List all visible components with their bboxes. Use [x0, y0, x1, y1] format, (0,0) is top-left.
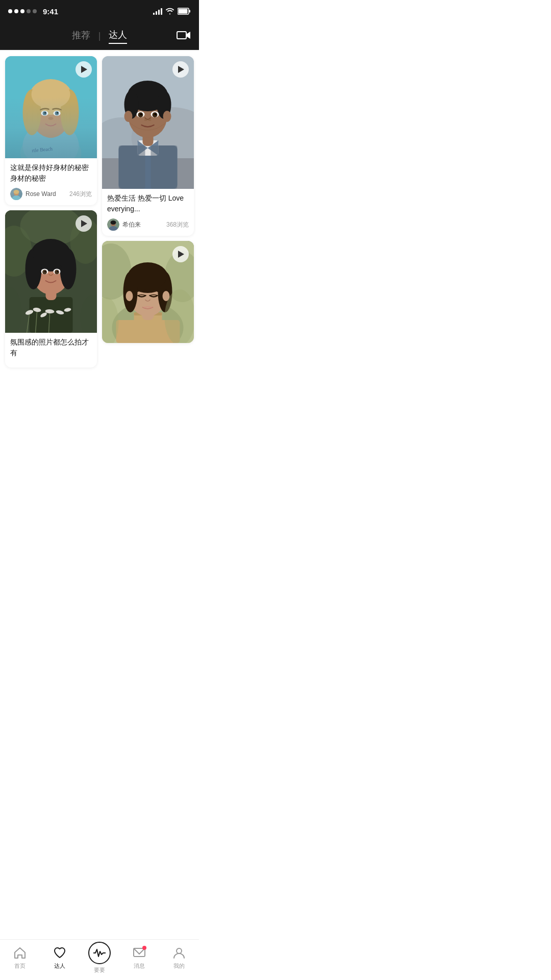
camera-button[interactable] [177, 30, 191, 43]
svg-point-15 [41, 111, 48, 116]
card-2-title: 热爱生活 热爱一切 Love everying... [107, 193, 189, 214]
status-left: 9:41 [8, 7, 58, 16]
svg-point-21 [48, 117, 54, 120]
card-1-title: 这就是保持好身材的秘密身材的秘密 [10, 162, 92, 184]
svg-rect-1 [189, 10, 191, 13]
card-2-author: 希伯来 [107, 218, 141, 231]
card-2-body: 热爱生活 热爱一切 Love everying... [102, 189, 194, 236]
svg-point-24 [14, 190, 19, 194]
card-1-avatar [10, 188, 22, 200]
card-3-body: 氛围感的照片都怎么拍才有 [5, 333, 97, 368]
svg-rect-63 [151, 145, 178, 189]
wifi-icon [165, 8, 174, 15]
svg-rect-3 [177, 32, 186, 39]
tab-daren[interactable]: 达人 [109, 29, 127, 44]
tab-home[interactable]: 首页 [0, 946, 40, 974]
svg-rect-2 [179, 9, 188, 14]
nav-tabs: 推荐 | 达人 [72, 29, 128, 44]
tab-recommend[interactable]: 推荐 [72, 29, 90, 43]
dot3 [20, 9, 24, 13]
left-column: rtle Beach 这就是保持好身材的秘密身材的秘密 [5, 56, 97, 368]
card-2-author-name: 希伯来 [122, 220, 141, 229]
card-3-title: 氛围感的照片都怎么拍才有 [10, 337, 92, 358]
card-3-image [5, 210, 97, 333]
svg-point-76 [148, 119, 152, 121]
top-nav: 推荐 | 达人 [0, 22, 199, 50]
svg-point-42 [57, 271, 58, 273]
dot4 [27, 9, 31, 13]
right-column: 热爱生活 热爱一切 Love everying... [102, 56, 194, 368]
signal-icon [153, 8, 162, 15]
status-bar: 9:41 [0, 0, 199, 22]
content-wrapper: rtle Beach 这就是保持好身材的秘密身材的秘密 [0, 50, 199, 417]
message-notif-dot [142, 946, 146, 950]
card-1-body: 这就是保持好身材的秘密身材的秘密 [5, 158, 97, 205]
svg-point-96 [129, 263, 167, 290]
nav-divider: | [98, 31, 101, 41]
card-2[interactable]: 热爱生活 热爱一切 Love everying... [102, 56, 194, 236]
play-button-2[interactable] [172, 61, 189, 78]
card-3[interactable]: 氛围感的照片都怎么拍才有 [5, 210, 97, 368]
card-4-image [102, 241, 194, 343]
tab-home-label: 首页 [14, 962, 26, 970]
card-1-author-name: Rose Ward [26, 190, 56, 198]
svg-point-41 [44, 271, 46, 273]
play-button-4[interactable] [172, 246, 189, 262]
card-1-meta: Rose Ward 246浏览 [10, 188, 92, 200]
play-button-1[interactable] [76, 61, 92, 78]
svg-point-14 [32, 80, 70, 109]
svg-point-25 [12, 195, 21, 200]
card-2-avatar [107, 218, 119, 231]
content-grid: rtle Beach 这就是保持好身材的秘密身材的秘密 [0, 50, 199, 374]
svg-point-78 [163, 111, 171, 122]
svg-point-36 [33, 241, 69, 266]
svg-point-81 [109, 226, 118, 231]
svg-rect-9 [46, 122, 56, 138]
card-4[interactable] [102, 241, 194, 343]
tab-daren[interactable]: 达人 [40, 946, 80, 974]
tab-daren-label: 达人 [54, 962, 65, 970]
status-time: 9:41 [43, 7, 58, 16]
bottom-tab-bar: 首页 达人 要要 消息 [0, 939, 199, 980]
svg-point-80 [111, 220, 116, 225]
svg-point-74 [155, 113, 157, 115]
card-1-image: rtle Beach [5, 56, 97, 158]
svg-point-73 [140, 113, 142, 115]
card-2-image [102, 56, 194, 189]
svg-point-77 [124, 111, 133, 122]
svg-marker-4 [186, 32, 190, 39]
dot5 [33, 9, 37, 13]
svg-point-20 [57, 112, 58, 114]
svg-point-8 [23, 122, 79, 158]
message-icon [132, 946, 146, 960]
user-icon [172, 946, 186, 960]
tab-mine[interactable]: 我的 [159, 946, 199, 974]
status-right [153, 8, 191, 15]
dot1 [8, 9, 12, 13]
pulse-icon [88, 942, 111, 964]
card-1-views: 246浏览 [69, 190, 92, 199]
card-1[interactable]: rtle Beach 这就是保持好身材的秘密身材的秘密 [5, 56, 97, 205]
tab-message[interactable]: 消息 [119, 946, 159, 974]
svg-point-75 [144, 119, 147, 121]
heart-icon [53, 946, 67, 960]
tab-message-label: 消息 [134, 962, 145, 970]
svg-point-17 [43, 111, 47, 115]
svg-point-97 [126, 291, 133, 301]
dot2 [14, 9, 18, 13]
svg-point-7 [20, 133, 82, 158]
svg-point-19 [44, 112, 46, 114]
svg-point-16 [54, 111, 61, 116]
tab-yaoyo-label: 要要 [94, 966, 105, 974]
svg-point-102 [177, 948, 182, 953]
svg-point-18 [55, 111, 59, 115]
play-button-3[interactable] [76, 215, 92, 232]
svg-rect-62 [119, 145, 145, 189]
battery-icon [178, 8, 191, 15]
card-2-meta: 希伯来 368浏览 [107, 218, 189, 231]
svg-text:rtle Beach: rtle Beach [32, 146, 53, 154]
tab-yaoyo[interactable]: 要要 [80, 942, 119, 978]
card-1-author: Rose Ward [10, 188, 56, 200]
svg-point-10 [32, 92, 70, 138]
tab-mine-label: 我的 [173, 962, 185, 970]
